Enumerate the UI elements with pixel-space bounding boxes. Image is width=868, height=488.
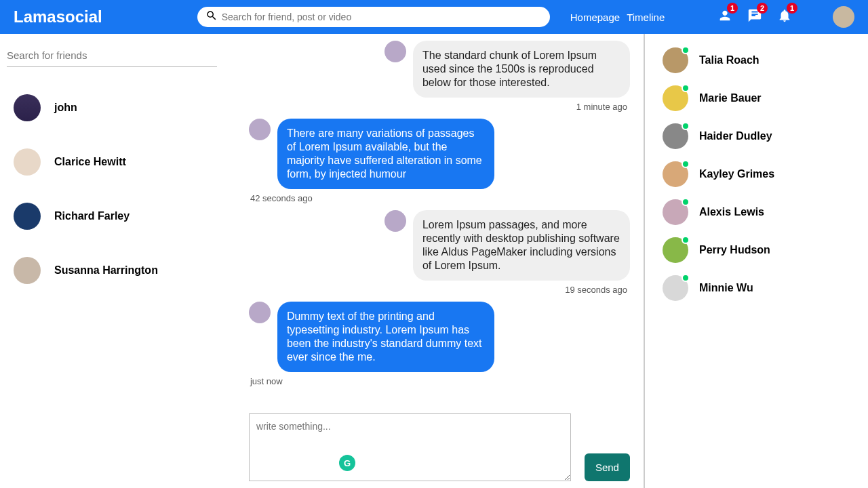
online-row[interactable]: Talia Roach	[663, 47, 861, 73]
online-dot-icon	[682, 160, 690, 168]
online-column: Talia Roach Marie Bauer Haider Dudley Ka…	[645, 34, 868, 488]
online-name: Marie Bauer	[699, 92, 762, 104]
logo[interactable]: Lamasocial	[14, 7, 102, 26]
message-row: There are many variations of passages of…	[249, 119, 630, 203]
nav-icon-group: 1 2 1	[717, 6, 854, 28]
message-time: just now	[249, 376, 283, 386]
friend-row[interactable]: Clarice Hewitt	[7, 135, 235, 189]
avatar[interactable]	[833, 6, 854, 28]
avatar	[249, 302, 271, 323]
chat-badge: 2	[757, 3, 768, 14]
global-search-input[interactable]	[222, 12, 542, 22]
friend-row[interactable]: Susanna Harrington	[7, 243, 235, 298]
nav-timeline[interactable]: Timeline	[627, 12, 665, 23]
online-dot-icon	[682, 84, 690, 92]
online-row[interactable]: Haider Dudley	[663, 123, 861, 149]
nav-links: Homepage Timeline	[570, 12, 665, 23]
message-bubble: Dummy text of the printing and typesetti…	[277, 302, 494, 372]
message-row: Dummy text of the printing and typesetti…	[249, 302, 630, 386]
search-icon	[205, 9, 222, 24]
message-row: Lorem Ipsum passages, and more recently …	[249, 210, 630, 295]
avatar	[14, 203, 41, 230]
online-row[interactable]: Kayley Grimes	[663, 161, 861, 187]
online-name: Minnie Wu	[699, 282, 753, 294]
friend-name: Richard Farley	[54, 210, 130, 222]
send-button[interactable]: Send	[585, 453, 630, 481]
person-badge: 1	[727, 3, 738, 14]
online-name: Perry Hudson	[699, 244, 770, 256]
online-dot-icon	[682, 46, 690, 54]
bell-icon[interactable]: 1	[777, 8, 792, 26]
message-row: The standard chunk of Lorem Ipsum used s…	[249, 41, 630, 112]
friend-row[interactable]: john	[7, 81, 235, 135]
online-dot-icon	[682, 198, 690, 206]
avatar	[384, 41, 406, 62]
avatar	[249, 119, 271, 140]
chat-icon[interactable]: 2	[747, 8, 762, 26]
messages-list[interactable]: The standard chunk of Lorem Ipsum used s…	[249, 41, 630, 408]
avatar	[14, 94, 41, 121]
message-bubble: There are many variations of passages of…	[277, 119, 494, 189]
friend-name: Susanna Harrington	[54, 264, 158, 277]
compose-input[interactable]	[249, 413, 571, 481]
online-dot-icon	[682, 274, 690, 282]
online-row[interactable]: Alexis Lewis	[663, 199, 861, 225]
bell-badge: 1	[787, 3, 797, 14]
message-time: 1 minute ago	[576, 102, 630, 112]
online-dot-icon	[682, 236, 690, 244]
message-time: 42 seconds ago	[249, 193, 313, 203]
online-row[interactable]: Minnie Wu	[663, 275, 861, 301]
online-name: Haider Dudley	[699, 130, 772, 142]
topbar: Lamasocial Homepage Timeline 1 2 1	[0, 0, 868, 34]
avatar	[384, 210, 406, 232]
online-dot-icon	[682, 122, 690, 130]
message-bubble: The standard chunk of Lorem Ipsum used s…	[413, 41, 630, 98]
friends-column: john Clarice Hewitt Richard Farley Susan…	[0, 34, 242, 488]
message-time: 19 seconds ago	[565, 285, 630, 295]
global-search[interactable]	[197, 7, 550, 27]
online-name: Alexis Lewis	[699, 206, 764, 218]
friend-row[interactable]: Richard Farley	[7, 189, 235, 243]
online-row[interactable]: Marie Bauer	[663, 85, 861, 111]
nav-homepage[interactable]: Homepage	[570, 12, 620, 23]
person-icon[interactable]: 1	[717, 8, 732, 26]
avatar	[14, 257, 41, 284]
online-name: Talia Roach	[699, 54, 760, 66]
friend-search-input[interactable]	[7, 44, 217, 67]
online-name: Kayley Grimes	[699, 168, 774, 180]
online-row[interactable]: Perry Hudson	[663, 237, 861, 263]
compose-area: Send	[249, 413, 630, 481]
friend-name: Clarice Hewitt	[54, 156, 126, 168]
chat-column: The standard chunk of Lorem Ipsum used s…	[242, 34, 645, 488]
message-bubble: Lorem Ipsum passages, and more recently …	[413, 210, 630, 281]
friend-name: john	[54, 102, 77, 114]
avatar	[14, 148, 41, 176]
